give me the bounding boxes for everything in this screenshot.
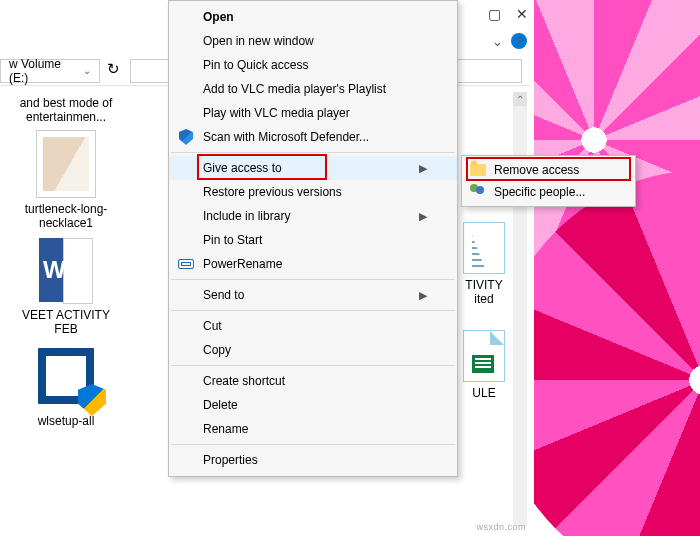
menu-item-label: Cut	[203, 319, 222, 333]
word-icon	[32, 236, 100, 304]
file-item[interactable]: turtleneck-long-necklace1	[6, 130, 126, 230]
menu-item-label: Properties	[203, 453, 258, 467]
menu-item[interactable]: Copy	[169, 338, 457, 362]
watermark: wsxdn.com	[476, 522, 526, 532]
menu-item[interactable]: Properties	[169, 448, 457, 472]
menu-item-label: Open	[203, 10, 234, 24]
menu-item-label: Rename	[203, 422, 248, 436]
menu-item-label: Restore previous versions	[203, 185, 342, 199]
refresh-button[interactable]: ↻	[106, 59, 130, 83]
menu-item[interactable]: Pin to Start	[169, 228, 457, 252]
help-icon[interactable]: ?	[511, 33, 527, 49]
menu-item-label: PowerRename	[203, 257, 282, 271]
menu-item-label: Copy	[203, 343, 231, 357]
menu-item[interactable]: Open in new window	[169, 29, 457, 53]
file-label: ited	[454, 292, 514, 306]
photo-thumbnail	[32, 130, 100, 198]
file-item[interactable]: VEET ACTIVITY FEB	[6, 236, 126, 336]
menu-item[interactable]: Create shortcut	[169, 369, 457, 393]
submenu-item[interactable]: Remove access	[462, 159, 635, 181]
file-label: turtleneck-long-necklace1	[11, 202, 121, 230]
menu-item-label: Pin to Quick access	[203, 58, 308, 72]
menu-item[interactable]: Cut	[169, 314, 457, 338]
submenu-item-label: Remove access	[494, 163, 579, 177]
menu-item-label: Include in library	[203, 209, 290, 223]
menu-item[interactable]: Open	[169, 5, 457, 29]
menu-item[interactable]: Pin to Quick access	[169, 53, 457, 77]
people-icon	[470, 184, 486, 200]
menu-item[interactable]: Scan with Microsoft Defender...	[169, 125, 457, 149]
menu-item[interactable]: Restore previous versions	[169, 180, 457, 204]
ribbon-collapse-area: ⌄ ?	[492, 33, 527, 49]
shield-icon	[177, 128, 195, 146]
chevron-right-icon: ▶	[419, 289, 427, 302]
menu-item-label: Send to	[203, 288, 244, 302]
chevron-down-icon[interactable]: ⌄	[83, 65, 91, 76]
desktop-wallpaper	[534, 0, 700, 536]
menu-item-label: Pin to Start	[203, 233, 262, 247]
menu-item-label: Open in new window	[203, 34, 314, 48]
chevron-down-icon[interactable]: ⌄	[492, 34, 503, 49]
powerrename-icon	[177, 255, 195, 273]
file-item-partial[interactable]: TIVITY ited	[454, 222, 514, 306]
drive-path-label: w Volume (E:)	[9, 57, 83, 85]
file-item[interactable]: wlsetup-all	[6, 342, 126, 428]
submenu-item-label: Specific people...	[494, 185, 585, 199]
xls-icon	[463, 330, 505, 382]
file-item-partial[interactable]: ULE	[454, 330, 514, 400]
file-item[interactable]: and best mode of entertainmen...	[6, 90, 126, 124]
shield-icon	[78, 384, 106, 416]
restore-icon[interactable]: ▢	[486, 6, 502, 22]
menu-item[interactable]: Give access to▶	[169, 156, 457, 180]
chevron-right-icon: ▶	[419, 162, 427, 175]
menu-item-label: Delete	[203, 398, 238, 412]
menu-item[interactable]: PowerRename	[169, 252, 457, 276]
menu-item[interactable]: Delete	[169, 393, 457, 417]
menu-item[interactable]: Add to VLC media player's Playlist	[169, 77, 457, 101]
file-label: TIVITY	[454, 278, 514, 292]
window-controls: ▢ ✕	[486, 6, 530, 22]
file-label: VEET ACTIVITY FEB	[11, 308, 121, 336]
file-label: ULE	[454, 386, 514, 400]
menu-item-label: Create shortcut	[203, 374, 285, 388]
file-label: wlsetup-all	[38, 414, 95, 428]
exe-icon	[32, 342, 100, 410]
drive-path[interactable]: w Volume (E:) ⌄	[0, 59, 100, 83]
close-icon[interactable]: ✕	[514, 6, 530, 22]
context-submenu: Remove accessSpecific people...	[461, 155, 636, 207]
menu-item-label: Play with VLC media player	[203, 106, 350, 120]
context-menu: OpenOpen in new windowPin to Quick acces…	[168, 0, 458, 477]
doc-icon	[463, 222, 505, 274]
menu-item[interactable]: Play with VLC media player	[169, 101, 457, 125]
menu-item-label: Add to VLC media player's Playlist	[203, 82, 386, 96]
submenu-item[interactable]: Specific people...	[462, 181, 635, 203]
menu-item-label: Give access to	[203, 161, 282, 175]
menu-item[interactable]: Include in library▶	[169, 204, 457, 228]
chevron-right-icon: ▶	[419, 210, 427, 223]
menu-item[interactable]: Send to▶	[169, 283, 457, 307]
scroll-up-icon[interactable]: ⌃	[513, 92, 527, 106]
menu-item-label: Scan with Microsoft Defender...	[203, 130, 369, 144]
folder-icon	[470, 162, 486, 178]
menu-item[interactable]: Rename	[169, 417, 457, 441]
